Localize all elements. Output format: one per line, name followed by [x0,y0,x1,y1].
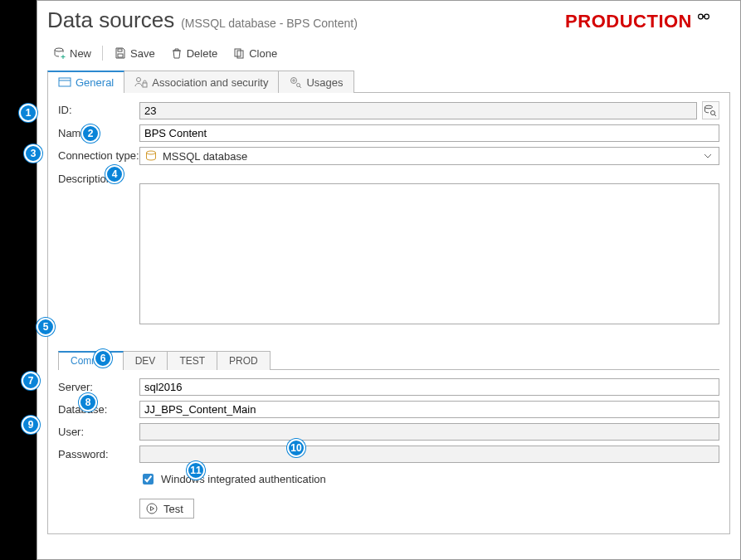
tab-dev[interactable]: DEV [123,351,168,370]
tab-general-label: General [76,76,114,89]
svg-line-20 [714,114,716,116]
toolbar: New Save Delete Clone [47,40,730,70]
page-title: Data sources [47,7,174,33]
name-field[interactable] [139,124,719,142]
gear-search-icon [289,75,302,89]
tab-general[interactable]: General [47,71,124,93]
connection-type-label: Connection type: [58,147,139,162]
winauth-checkbox-row[interactable]: Windows integrated authentication [139,471,326,487]
row-name: Name: [58,124,719,142]
page: Data sources (MSSQL database - BPS Conte… [37,0,741,560]
description-field[interactable] [139,183,719,324]
database-label: Database: [58,401,139,416]
env-tabstrip: Common DEV TEST PROD [58,350,719,370]
row-database: Database: [58,401,719,418]
environment-badge: PRODUCTION [565,10,730,33]
header-left: Data sources (MSSQL database - BPS Conte… [47,7,358,33]
delete-button[interactable]: Delete [164,43,224,63]
row-connection-type: Connection type: MSSQL database [58,147,719,165]
tab-usages-label: Usages [306,76,343,89]
card-icon [58,75,71,89]
description-label: Description: [58,170,139,185]
svg-rect-6 [118,49,122,51]
database-search-icon [704,104,717,117]
winauth-label: Windows integrated authentication [161,473,326,485]
env-panel: Server: Database: User: Password: [58,370,719,523]
svg-point-15 [293,80,295,81]
winauth-checkbox[interactable] [143,474,154,485]
tab-association-label: Association and security [152,76,268,89]
row-winauth: Windows integrated authentication Test [58,468,719,519]
password-label: Password: [58,446,139,460]
chevron-down-icon [701,149,714,163]
row-description: Description: [58,170,719,337]
new-button-label: New [70,47,91,60]
save-button-label: Save [130,47,155,60]
id-label: ID: [58,101,139,116]
svg-point-18 [705,105,713,109]
server-field[interactable] [139,378,719,396]
svg-point-16 [297,84,300,87]
play-circle-icon [145,502,158,515]
tab-test[interactable]: TEST [167,351,217,370]
copy-icon [232,46,246,60]
test-button-label: Test [163,503,183,515]
server-label: Server: [58,378,139,393]
row-user: User: [58,423,719,441]
tab-usages[interactable]: Usages [278,71,353,93]
svg-line-17 [300,86,301,88]
svg-point-3 [55,48,63,51]
id-lookup-button[interactable] [702,101,719,119]
svg-rect-13 [143,83,147,87]
name-label: Name: [58,124,139,139]
row-server: Server: [58,378,719,396]
callout-1: 1 [19,104,37,122]
general-panel: ID: Name: Connection type: [47,93,730,534]
database-field[interactable] [139,401,719,418]
new-button[interactable]: New [47,43,97,63]
svg-rect-7 [118,54,123,57]
svg-point-22 [147,504,157,514]
clone-button[interactable]: Clone [227,43,283,63]
id-field [139,102,697,119]
environment-label: PRODUCTION [565,11,692,32]
svg-point-14 [291,78,297,84]
svg-point-21 [147,151,156,154]
clone-button-label: Clone [249,47,277,60]
main-tabstrip: General Association and security Usages [47,70,730,93]
user-field[interactable] [139,423,719,441]
save-button[interactable]: Save [108,43,161,63]
tab-common[interactable]: Common [58,351,124,370]
trash-icon [170,46,183,60]
password-field[interactable] [139,446,719,463]
row-id: ID: [58,101,719,119]
page-subtitle: (MSSQL database - BPS Content) [181,17,358,30]
svg-point-12 [137,78,141,82]
connection-type-value: MSSQL database [163,150,247,163]
row-password: Password: [58,446,719,463]
mssql-icon [144,149,158,163]
tab-association[interactable]: Association and security [124,71,279,93]
svg-point-19 [711,111,715,115]
save-icon [114,46,127,60]
toolbar-separator [102,46,103,61]
connection-type-select[interactable]: MSSQL database [139,147,719,165]
chain-link-icon [697,10,730,33]
users-lock-icon [134,75,148,89]
delete-button-label: Delete [187,47,218,60]
user-label: User: [58,423,139,438]
test-connection-button[interactable]: Test [139,499,194,519]
page-header: Data sources (MSSQL database - BPS Conte… [47,7,730,33]
tab-prod[interactable]: PROD [217,351,271,370]
svg-rect-10 [59,78,71,86]
database-plus-icon [53,46,66,60]
